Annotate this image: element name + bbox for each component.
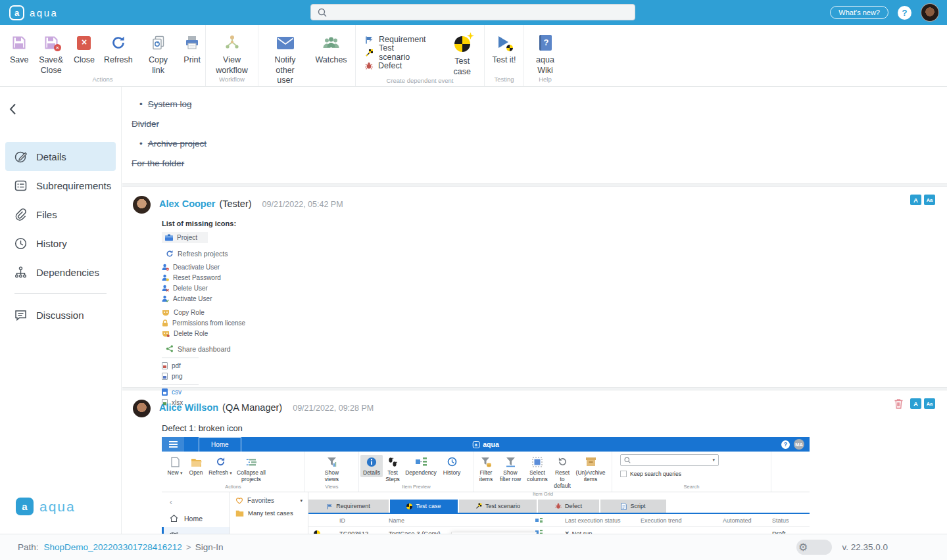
path-project-link[interactable]: ShopDemo_202203301728416212: [44, 542, 182, 552]
close-button[interactable]: × Close: [69, 34, 99, 66]
client-grid-header: ID Name Last execution status Execution …: [308, 514, 810, 527]
save-label: Save: [10, 55, 29, 66]
app-logo[interactable]: a aqua: [9, 5, 58, 20]
client-group-search: ▾ Keep search queries Search: [612, 452, 771, 492]
missing-icon-item: pdf: [162, 361, 936, 371]
sidebar-item-history[interactable]: History: [5, 229, 116, 258]
client-nav-navigation: Navigation: [162, 527, 230, 534]
column-header-automated: Automated: [723, 517, 752, 524]
comment-author-link[interactable]: Alex Cooper: [159, 198, 215, 209]
close-x-glyph: ×: [77, 36, 91, 50]
test-case-button[interactable]: Test case: [440, 34, 484, 77]
watches-icon: [322, 34, 340, 52]
help-button[interactable]: ?: [898, 6, 911, 20]
ribbon: Save × Save& Close × Close Refresh: [0, 25, 947, 87]
copy-link-button[interactable]: Copy link: [137, 34, 180, 76]
sidebar-brand: a aqua: [16, 498, 76, 515]
client-keep-search-checkbox: Keep search queries: [620, 471, 771, 477]
ribbon-group-label: Actions: [0, 76, 205, 86]
client-open-label: Open: [189, 469, 203, 476]
refresh-button[interactable]: Refresh: [99, 34, 137, 66]
dependency-icon: [416, 456, 427, 467]
comment-author-role: (QA Manager): [222, 402, 282, 413]
test-scenario-label: Test scenario: [379, 43, 427, 62]
client-brand: a aqua: [472, 440, 499, 448]
watches-label: Watches: [315, 55, 347, 66]
missing-icon-item: Project: [162, 232, 208, 243]
defect-menu-item[interactable]: Defect: [365, 61, 427, 70]
path-label: Path:: [18, 542, 39, 552]
client-show-filter-row-label: Show filter row: [498, 469, 522, 482]
print-label: Print: [183, 55, 201, 66]
png-icon: [162, 373, 168, 380]
client-tab-test-case: Test case: [390, 500, 458, 513]
collapse-sidebar-button[interactable]: [9, 103, 22, 116]
print-button[interactable]: Print: [179, 34, 205, 66]
client-show-views-label: Show views: [321, 469, 343, 482]
client-tab-label: Test case: [416, 503, 441, 509]
cell-execution: ×Not run: [565, 529, 593, 534]
sidebar-item-files[interactable]: Files: [5, 200, 116, 229]
client-unarchive-button: (Un)Archive items: [574, 455, 607, 484]
sidebar-item-subrequirements[interactable]: Subrequirements: [5, 171, 116, 200]
folder-icon: [235, 509, 244, 517]
format-button[interactable]: A: [910, 398, 921, 409]
view-workflow-icon: [224, 34, 241, 52]
sidebar-item-label: History: [36, 238, 67, 249]
global-search-input[interactable]: [310, 4, 635, 20]
sidebar-divider: [14, 293, 107, 294]
paperclip-icon: [14, 208, 27, 221]
delete-user-icon: [162, 285, 169, 292]
settings-toggle[interactable]: ⚙: [796, 540, 832, 555]
user-avatar[interactable]: [921, 3, 939, 22]
ribbon-group-label: Help: [524, 76, 566, 86]
translate-button[interactable]: Aa: [924, 195, 935, 205]
sidebar: Details Subrequirements Files History De…: [0, 87, 122, 534]
sidebar-item-discussion[interactable]: Discussion: [5, 300, 116, 329]
save-close-button[interactable]: × Save& Close: [34, 34, 69, 76]
save-button[interactable]: Save: [5, 34, 34, 66]
view-workflow-button[interactable]: View workflow: [208, 34, 256, 76]
missing-icon-label: Project: [177, 234, 197, 241]
translate-button[interactable]: Aa: [924, 398, 935, 409]
test-scenario-menu-item[interactable]: Test scenario: [365, 48, 427, 57]
deactivate-user-icon: [162, 264, 169, 271]
missing-icon-label: Delete Role: [174, 330, 208, 337]
search-icon: [624, 457, 631, 463]
refresh-projects-icon: [166, 250, 174, 258]
client-favorites-folder: Many test cases: [235, 509, 303, 517]
client-tab-label: Test scenario: [485, 503, 520, 509]
brand-name: aqua: [30, 7, 58, 18]
watches-button[interactable]: Watches: [311, 34, 352, 66]
client-tab-script: Script: [600, 500, 666, 513]
attached-screenshot[interactable]: Home a aqua ? MA New ▾: [162, 437, 810, 534]
client-details-label: Details: [363, 469, 380, 476]
missing-icon-item: png: [162, 371, 936, 381]
ribbon-group-workflow: View workflow Workflow: [206, 25, 258, 86]
notify-other-user-button[interactable]: Notify other user: [262, 34, 308, 86]
format-button[interactable]: A: [910, 195, 921, 205]
requirement-menu-item[interactable]: Requirement: [365, 35, 427, 44]
sidebar-item-dependencies[interactable]: Dependencies: [5, 258, 116, 287]
aqua-logo-icon: a: [16, 498, 34, 515]
path-current: Sign-In: [195, 542, 224, 552]
aqua-wiki-button[interactable]: ? aqua Wiki: [524, 34, 566, 76]
bullet: •: [139, 99, 143, 109]
whats-new-button[interactable]: What's new?: [830, 6, 888, 19]
hamburger-menu-icon: [162, 437, 184, 452]
client-details-button: Details: [360, 455, 383, 477]
missing-icon-label: Activate User: [173, 295, 212, 302]
test-case-icon: [406, 503, 412, 509]
client-favorites-folder-label: Many test cases: [248, 509, 293, 517]
description-line: •Archive project: [132, 139, 938, 149]
comment-intro: List of missing icons:: [162, 220, 936, 227]
client-unarchive-label: (Un)Archive items: [576, 469, 606, 482]
ribbon-group-actions: Save × Save& Close × Close Refresh: [0, 25, 206, 86]
sidebar-item-details[interactable]: Details: [5, 142, 116, 171]
missing-icon-label: Deactivate User: [173, 264, 220, 271]
test-it-button[interactable]: Test it!: [487, 34, 520, 66]
description-line: For the folder: [132, 158, 938, 168]
comment-author-link[interactable]: Alice Willson: [159, 402, 218, 413]
delete-comment-button[interactable]: [894, 398, 904, 409]
client-select-columns-label: Select columns: [526, 469, 548, 482]
